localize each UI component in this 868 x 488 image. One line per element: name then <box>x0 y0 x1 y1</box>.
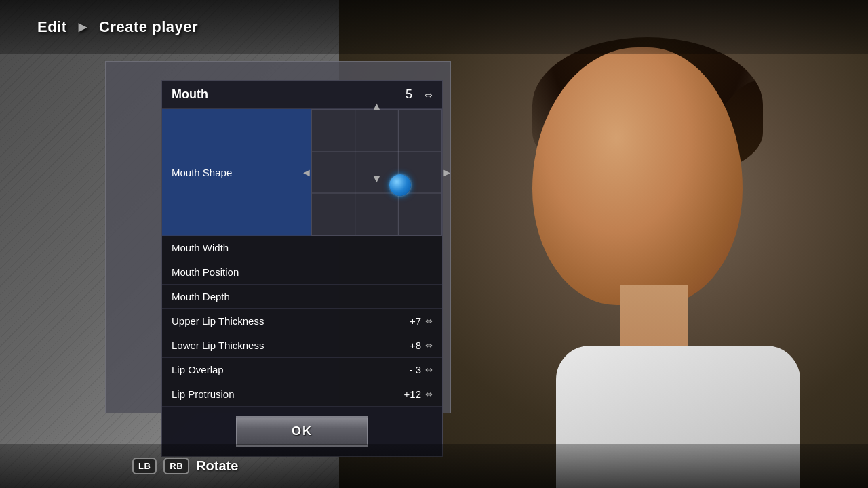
mouth-position-row[interactable]: Mouth Position <box>162 260 442 285</box>
upper-lip-thickness-row[interactable]: Upper Lip Thickness +7 ⇔ <box>162 309 442 333</box>
lower-lip-arrow-icon[interactable]: ⇔ <box>425 340 433 350</box>
lower-lip-thickness-row[interactable]: Lower Lip Thickness +8 ⇔ <box>162 333 442 358</box>
lip-protrusion-value: +12 <box>394 388 421 400</box>
grid-up-arrow[interactable]: ▲ <box>372 100 382 113</box>
mouth-width-label: Mouth Width <box>172 242 229 253</box>
lower-lip-thickness-label: Lower Lip Thickness <box>172 340 264 351</box>
breadcrumb-part2: Create player <box>99 18 198 35</box>
lip-protrusion-row[interactable]: Lip Protrusion +12 ⇔ <box>162 382 442 407</box>
mouth-shape-section: Mouth Shape ▲ ◄ ► ▼ <box>162 109 442 236</box>
mouth-width-row[interactable]: Mouth Width <box>162 236 442 260</box>
upper-lip-thickness-label: Upper Lip Thickness <box>172 315 264 327</box>
grid-dot-selector[interactable] <box>389 174 411 196</box>
header-value-container: 5 ⇔ <box>399 87 433 102</box>
header-row: Mouth 5 ⇔ <box>162 81 442 109</box>
lower-lip-value: +8 <box>394 340 421 351</box>
upper-lip-value: +7 <box>394 315 421 327</box>
lip-protrusion-arrow-icon[interactable]: ⇔ <box>425 389 433 399</box>
lip-protrusion-controls: +12 ⇔ <box>394 388 433 400</box>
header-title: Mouth <box>172 87 208 102</box>
mouth-position-label: Mouth Position <box>172 266 239 278</box>
breadcrumb-bar: Edit ► Create player <box>0 0 868 54</box>
lip-protrusion-label: Lip Protrusion <box>172 388 235 400</box>
grid-right-arrow[interactable]: ► <box>441 167 452 179</box>
lip-overlap-arrow-icon[interactable]: ⇔ <box>425 365 433 375</box>
upper-lip-controls: +7 ⇔ <box>394 315 433 327</box>
breadcrumb-separator: ► <box>75 18 90 35</box>
breadcrumb: Edit ► Create player <box>37 18 198 36</box>
grid-down-arrow[interactable]: ▼ <box>372 173 382 245</box>
mouth-shape-label: Mouth Shape <box>172 167 232 178</box>
breadcrumb-part1: Edit <box>37 18 67 35</box>
mouth-shape-row[interactable]: Mouth Shape <box>162 109 311 236</box>
mouth-depth-row[interactable]: Mouth Depth <box>162 285 442 309</box>
lower-lip-controls: +8 ⇔ <box>394 340 433 351</box>
grid-left-arrow[interactable]: ◄ <box>301 167 312 179</box>
menu-panel: Mouth 5 ⇔ Mouth Shape ▲ ◄ ► ▼ <box>161 80 443 457</box>
upper-lip-arrow-icon[interactable]: ⇔ <box>425 316 433 326</box>
mouth-depth-label: Mouth Depth <box>172 291 230 302</box>
bottom-bar: LB RB Rotate <box>0 444 868 488</box>
ok-button[interactable]: OK <box>236 416 368 447</box>
lip-overlap-controls: - 3 ⇔ <box>394 364 433 375</box>
rb-badge: RB <box>163 458 189 474</box>
header-value: 5 <box>399 87 419 102</box>
lip-overlap-row[interactable]: Lip Overlap - 3 ⇔ <box>162 358 442 382</box>
grid-container[interactable]: ▲ ◄ ► ▼ <box>311 109 442 236</box>
rotate-hint: Rotate <box>196 458 238 474</box>
header-arrow-icon[interactable]: ⇔ <box>425 89 433 100</box>
lip-overlap-label: Lip Overlap <box>172 364 224 375</box>
lip-overlap-value: - 3 <box>394 364 421 375</box>
lb-badge: LB <box>132 458 157 474</box>
